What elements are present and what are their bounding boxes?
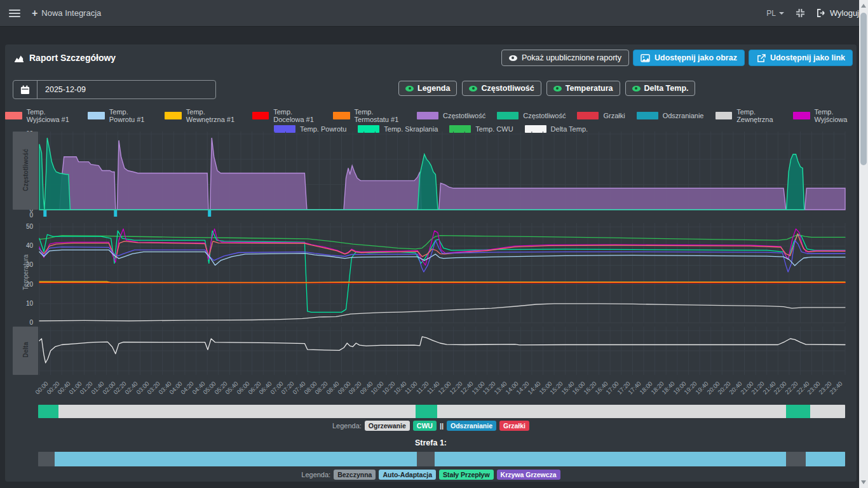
legend-swatch	[252, 112, 269, 119]
share-as-link-button[interactable]: Udostępnij jako link	[749, 50, 853, 66]
image-icon	[641, 54, 650, 62]
state-badge: Odszranianie	[447, 421, 496, 431]
legend-separator: ||	[440, 422, 444, 430]
share-as-image-button[interactable]: Udostępnij jako obraz	[633, 50, 745, 66]
compress-icon	[796, 8, 805, 18]
legend-swatch	[88, 112, 105, 119]
fullscreen-button[interactable]	[796, 8, 805, 18]
calendar-icon[interactable]	[13, 81, 37, 98]
state-segment-bezczynna	[786, 452, 806, 466]
state-badge: Ogrzewanie	[365, 421, 410, 431]
report-date-group	[13, 80, 216, 99]
state-segment-ogrzewanie	[437, 405, 786, 418]
legend-label: Temp. Wewnętrzna #1	[186, 108, 241, 123]
legend-item[interactable]: Temp. Docelowa #1	[252, 108, 322, 123]
legend-label: Odszranianie	[663, 112, 704, 119]
plus-icon: +	[32, 8, 37, 19]
state-segment-bezczynna	[417, 452, 435, 466]
legend-label: Temp. Powrotu #1	[109, 108, 153, 123]
report-panel: Raport Szczegółowy Pokaż upublicznione r…	[5, 44, 857, 482]
state-segment-ogrzewanie	[810, 405, 845, 418]
frequency-chart[interactable]: 60402000Częstotliwość	[39, 132, 845, 210]
language-dropdown[interactable]: PL	[766, 9, 784, 18]
state-segment-ogrzewanie	[58, 405, 416, 418]
heating-state-legend: Legenda:OgrzewanieCWU||OdszranianieGrzał…	[5, 420, 857, 431]
y-tick-label: 50	[10, 223, 33, 230]
state-badge: Bezczynna	[334, 470, 376, 480]
state-segment-auto	[806, 452, 845, 466]
legend-item[interactable]: Temp. Termostatu #1	[333, 108, 405, 123]
legend-label: Częstotliwość	[443, 112, 485, 119]
legend-item[interactable]: Temp. Wyjściowa	[793, 108, 857, 123]
legend-label: Grzałki	[603, 112, 625, 119]
visibility-toggles: LegendaCzęstotliwośćTemperaturaDelta Tem…	[398, 81, 695, 96]
legend-item[interactable]: Częstotliwość	[417, 108, 485, 123]
page: + Nowa Integracja PL Wyloguj Raport Szcz…	[0, 0, 868, 488]
state-badge: Auto-Adaptacja	[379, 470, 436, 480]
legend-swatch	[333, 112, 350, 119]
top-navbar: + Nowa Integracja PL Wyloguj	[0, 0, 868, 27]
toggle-temperatura[interactable]: Temperatura	[546, 81, 620, 96]
toggle-label: Częstotliwość	[481, 84, 534, 93]
legend-swatch	[577, 112, 599, 119]
state-segment-auto	[435, 452, 785, 466]
eye-icon	[405, 86, 414, 92]
scroll-down-icon[interactable]	[861, 480, 866, 484]
date-input[interactable]	[37, 85, 213, 94]
page-title: Raport Szczegółowy	[14, 53, 116, 63]
temperature-chart[interactable]: 50403020100Temperatura	[39, 223, 845, 323]
state-segment-bezczynna	[38, 452, 55, 466]
new-integration-link[interactable]: + Nowa Integracja	[32, 8, 101, 19]
legend-item[interactable]: Grzałki	[577, 108, 625, 123]
legend-item[interactable]: Temp. Zewnętrzna	[715, 108, 782, 123]
legend-item[interactable]: Temp. Powrotu #1	[88, 108, 153, 123]
logout-label: Wyloguj	[830, 8, 859, 18]
show-published-reports-button[interactable]: Pokaż upublicznione raporty	[501, 50, 629, 66]
legend-label: Częstotliwość	[523, 112, 566, 119]
legend-label: Temp. Wyjściowa #1	[27, 108, 77, 123]
toggle-legenda[interactable]: Legenda	[398, 81, 457, 96]
eye-icon	[632, 86, 641, 92]
scrollbar-thumb[interactable]	[860, 13, 867, 165]
legend-swatch	[165, 112, 182, 119]
vertical-scrollbar[interactable]	[859, 0, 868, 488]
chart-icon	[14, 53, 24, 62]
toggle-label: Delta Temp.	[644, 84, 689, 93]
state-badge: Krzywa Grzewcza	[497, 470, 560, 480]
x-axis-labels: 00:0000:2000:4001:0001:2001:4002:0002:20…	[39, 376, 845, 403]
toggle-label: Temperatura	[566, 84, 613, 93]
legend-swatch	[715, 112, 733, 119]
y-tick-label: 0	[10, 212, 33, 219]
legend-item[interactable]: Częstotliwość	[497, 108, 566, 123]
zone-state-bar	[38, 452, 845, 466]
legend-swatch	[5, 112, 22, 119]
legend-label: Temp. Wyjściowa	[815, 108, 857, 123]
heating-state-bar	[38, 405, 845, 418]
menu-icon[interactable]	[9, 8, 20, 19]
legend-label: Temp. Zewnętrzna	[736, 108, 782, 123]
toggle-label: Legenda	[417, 84, 450, 93]
zone-state-legend: Legenda:BezczynnaAuto-AdaptacjaStały Prz…	[5, 469, 857, 480]
state-badge: Stały Przepływ	[439, 470, 494, 480]
toggle-delta-temp-[interactable]: Delta Temp.	[625, 81, 696, 96]
legend-item[interactable]: Temp. Wewnętrzna #1	[165, 108, 240, 123]
legend-item[interactable]: Temp. Wyjściowa #1	[5, 108, 76, 123]
toggle-cz-stotliwo-[interactable]: Częstotliwość	[462, 81, 541, 96]
share-icon	[756, 54, 766, 62]
state-badge: Grzałki	[499, 421, 529, 431]
state-segment-cwu	[416, 405, 437, 418]
legend-item[interactable]: Odszranianie	[637, 108, 704, 123]
caret-down-icon	[779, 12, 784, 15]
delta-chart[interactable]: 100-10Delta	[39, 327, 845, 375]
state-segment-auto	[55, 452, 417, 466]
legend-caption: Legenda:	[301, 471, 330, 478]
legend-swatch	[637, 112, 658, 119]
eye-icon	[509, 55, 517, 61]
logout-icon	[817, 8, 826, 18]
state-badge: CWU	[413, 421, 437, 431]
eye-icon	[553, 86, 562, 92]
logout-link[interactable]: Wyloguj	[817, 8, 859, 18]
y-axis-title: Częstotliwość	[22, 139, 29, 200]
scroll-up-icon[interactable]	[861, 4, 866, 8]
legend-label: Temp. Termostatu #1	[355, 108, 405, 123]
